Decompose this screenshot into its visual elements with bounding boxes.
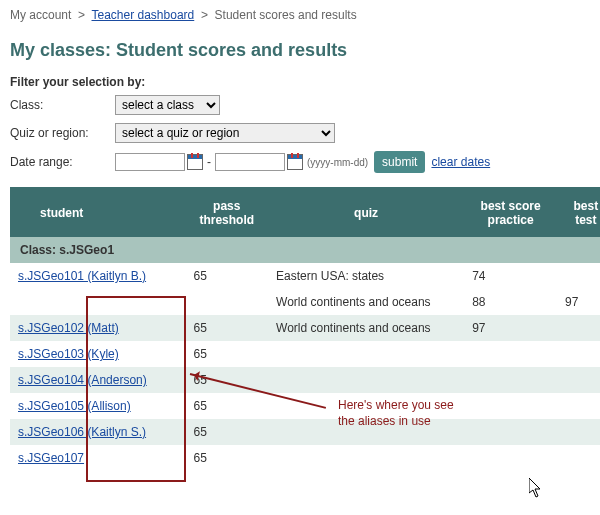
student-link[interactable]: s.JSGeo101 (Kaitlyn B.) — [18, 269, 146, 283]
student-link[interactable]: s.JSGeo104 (Anderson) — [18, 373, 147, 387]
student-cell: s.JSGeo101 (Kaitlyn B.) — [10, 263, 185, 289]
pass-cell — [185, 289, 268, 315]
table-row: s.JSGeo105 (Allison)65 — [10, 393, 600, 419]
col-header-quiz: quiz — [268, 187, 464, 237]
student-link[interactable]: s.JSGeo102 (Matt) — [18, 321, 119, 335]
student-cell: s.JSGeo104 (Anderson) — [10, 367, 185, 393]
best-score-practice-cell — [464, 341, 557, 367]
best-score-test-cell — [557, 263, 600, 289]
table-row: World continents and oceans8897 — [10, 289, 600, 315]
student-cell: s.JSGeo105 (Allison) — [10, 393, 185, 419]
best-score-test-cell: 97 — [557, 289, 600, 315]
calendar-icon[interactable] — [287, 154, 303, 170]
date-from-input[interactable] — [115, 153, 185, 171]
student-cell: s.JSGeo106 (Kaitlyn S.) — [10, 419, 185, 445]
best-score-test-cell — [557, 367, 600, 393]
student-link[interactable]: s.JSGeo105 (Allison) — [18, 399, 131, 413]
page-title: My classes: Student scores and results — [10, 40, 590, 61]
table-row: s.JSGeo103 (Kyle)65 — [10, 341, 600, 367]
best-score-practice-cell: 97 — [464, 315, 557, 341]
quiz-cell — [268, 393, 464, 419]
best-score-practice-cell: 74 — [464, 263, 557, 289]
student-cell: s.JSGeo102 (Matt) — [10, 315, 185, 341]
pass-cell: 65 — [185, 445, 268, 471]
table-row: s.JSGeo106 (Kaitlyn S.)65 — [10, 419, 600, 445]
col-header-bs2: best score test mode — [557, 187, 600, 237]
table-row: s.JSGeo102 (Matt)65World continents and … — [10, 315, 600, 341]
col-header-bs1: best score practice — [464, 187, 557, 237]
results-table: student pass threshold quiz best score p… — [10, 187, 600, 471]
class-label: Class: — [10, 98, 115, 112]
pass-cell: 65 — [185, 315, 268, 341]
quiz-cell: Eastern USA: states — [268, 263, 464, 289]
best-score-practice-cell — [464, 367, 557, 393]
student-link[interactable]: s.JSGeo106 (Kaitlyn S.) — [18, 425, 146, 439]
best-score-test-cell — [557, 315, 600, 341]
pass-cell: 65 — [185, 341, 268, 367]
best-score-test-cell — [557, 341, 600, 367]
filter-heading: Filter your selection by: — [10, 75, 590, 89]
pass-cell: 65 — [185, 367, 268, 393]
best-score-test-cell — [557, 445, 600, 471]
calendar-icon[interactable] — [187, 154, 203, 170]
breadcrumb-link-dashboard[interactable]: Teacher dashboard — [92, 8, 195, 22]
best-score-practice-cell — [464, 445, 557, 471]
col-header-pass: pass threshold — [185, 187, 268, 237]
table-row: s.JSGeo101 (Kaitlyn B.)65Eastern USA: st… — [10, 263, 600, 289]
clear-dates-link[interactable]: clear dates — [431, 155, 490, 169]
student-cell: s.JSGeo107 — [10, 445, 185, 471]
class-group-label: Class: s.JSGeo1 — [10, 237, 600, 263]
col-header-student: student — [10, 187, 185, 237]
best-score-test-cell — [557, 393, 600, 419]
best-score-practice-cell: 88 — [464, 289, 557, 315]
student-cell: s.JSGeo103 (Kyle) — [10, 341, 185, 367]
quiz-cell — [268, 341, 464, 367]
student-cell — [10, 289, 185, 315]
breadcrumb-current: Student scores and results — [215, 8, 357, 22]
best-score-practice-cell — [464, 393, 557, 419]
quiz-cell: World continents and oceans — [268, 289, 464, 315]
cursor-icon — [529, 478, 543, 479]
quiz-label: Quiz or region: — [10, 126, 115, 140]
submit-button[interactable]: submit — [374, 151, 425, 173]
pass-cell: 65 — [185, 263, 268, 289]
class-select[interactable]: select a class — [115, 95, 220, 115]
pass-cell: 65 — [185, 393, 268, 419]
quiz-cell: World continents and oceans — [268, 315, 464, 341]
pass-cell: 65 — [185, 419, 268, 445]
quiz-cell — [268, 419, 464, 445]
breadcrumb-home: My account — [10, 8, 71, 22]
quiz-cell — [268, 445, 464, 471]
best-score-practice-cell — [464, 419, 557, 445]
date-hint: (yyyy-mm-dd) — [307, 157, 368, 168]
date-to-input[interactable] — [215, 153, 285, 171]
best-score-test-cell — [557, 419, 600, 445]
quiz-cell — [268, 367, 464, 393]
date-separator: - — [207, 155, 211, 169]
date-label: Date range: — [10, 155, 115, 169]
student-link[interactable]: s.JSGeo107 — [18, 451, 84, 465]
table-row: s.JSGeo10765 — [10, 445, 600, 471]
breadcrumb: My account > Teacher dashboard > Student… — [10, 8, 590, 22]
results-table-wrap: student pass threshold quiz best score p… — [10, 187, 590, 471]
student-link[interactable]: s.JSGeo103 (Kyle) — [18, 347, 119, 361]
quiz-select[interactable]: select a quiz or region — [115, 123, 335, 143]
table-row: s.JSGeo104 (Anderson)65 — [10, 367, 600, 393]
